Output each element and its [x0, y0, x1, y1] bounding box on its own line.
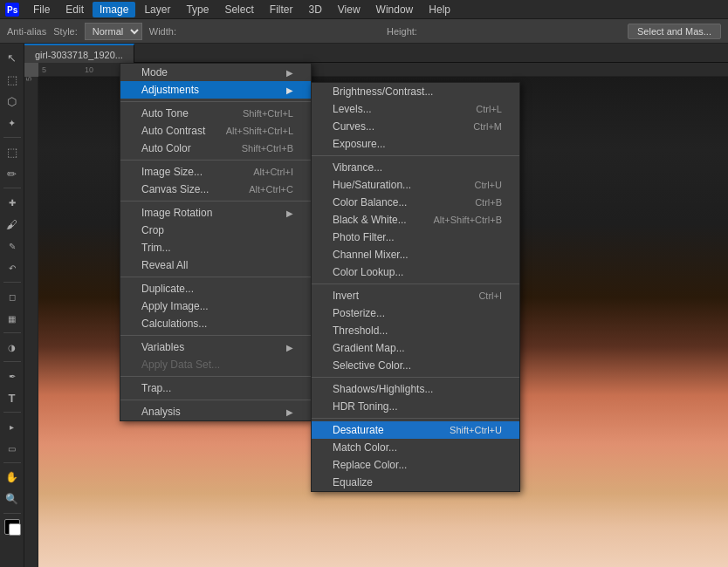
adj-channel-mixer[interactable]: Channel Mixer...: [312, 246, 519, 263]
menu-item-reveal-all[interactable]: Reveal All: [120, 256, 311, 274]
adj-photo-filter[interactable]: Photo Filter...: [312, 229, 519, 246]
menu-item-image-size[interactable]: Image Size... Alt+Ctrl+I: [120, 163, 311, 181]
tool-move[interactable]: ↖: [2, 47, 23, 68]
menu-filter[interactable]: Filter: [263, 2, 300, 17]
menu-window[interactable]: Window: [369, 2, 421, 17]
adj-replace-color[interactable]: Replace Color...: [312, 456, 519, 474]
adj-invert[interactable]: Invert Ctrl+I: [312, 287, 519, 304]
tool-magic-wand[interactable]: ✦: [2, 113, 23, 133]
adj-match-color[interactable]: Match Color...: [312, 439, 519, 456]
tool-separator-4: [3, 332, 21, 333]
adj-posterize[interactable]: Posterize...: [312, 304, 519, 322]
adj-brightness-contrast[interactable]: Brightness/Contrast...: [312, 83, 519, 100]
menu-item-adjustments[interactable]: Adjustments ▶: [120, 81, 311, 99]
adj-curves[interactable]: Curves... Ctrl+M: [312, 118, 519, 135]
tool-separator-8: [3, 513, 21, 514]
menu-item-crop[interactable]: Crop: [120, 222, 311, 239]
menu-type[interactable]: Type: [179, 2, 216, 17]
menu-help[interactable]: Help: [422, 2, 457, 17]
tool-separator-1: [3, 137, 21, 138]
adj-exposure[interactable]: Exposure...: [312, 135, 519, 153]
tool-hand[interactable]: ✋: [2, 467, 23, 488]
menu-item-canvas-size[interactable]: Canvas Size... Alt+Ctrl+C: [120, 181, 311, 198]
tool-crop[interactable]: ⬚: [2, 141, 23, 162]
main-area: ↖ ⬚ ⬡ ✦ ⬚ ✏ ✚ 🖌 ✎ ↶ ◻ ▦ ◑ ✒ T ▸ ▭ ✋ 🔍 gi…: [0, 44, 728, 567]
adj-desaturate[interactable]: Desaturate Shift+Ctrl+U: [312, 421, 519, 439]
separator: [120, 335, 311, 336]
adj-hdr-toning[interactable]: HDR Toning...: [312, 398, 519, 415]
tool-pen[interactable]: ✒: [2, 365, 23, 386]
adj-color-lookup[interactable]: Color Lookup...: [312, 263, 519, 281]
tool-zoom[interactable]: 🔍: [2, 488, 23, 509]
style-label: Style:: [53, 26, 78, 37]
arrow-icon: ▶: [286, 407, 293, 417]
menu-item-apply-data-set[interactable]: Apply Data Set...: [120, 356, 311, 373]
adj-black-white[interactable]: Black & White... Alt+Shift+Ctrl+B: [312, 211, 519, 229]
antialias-label: Anti-alias: [7, 26, 46, 37]
menu-file[interactable]: File: [26, 2, 57, 17]
separator: [120, 277, 311, 277]
arrow-icon: ▶: [286, 85, 293, 95]
background-color[interactable]: [9, 523, 21, 536]
menu-item-duplicate[interactable]: Duplicate...: [120, 280, 311, 297]
tool-spot-heal[interactable]: ✚: [2, 192, 23, 213]
tool-eyedropper[interactable]: ✏: [2, 163, 23, 184]
canvas-area: girl-3033718_1920... 5 10 15 20 5: [24, 44, 728, 567]
menu-layer[interactable]: Layer: [137, 2, 177, 17]
separator: [312, 377, 519, 378]
tool-lasso[interactable]: ⬡: [2, 91, 23, 112]
menu-edit[interactable]: Edit: [58, 2, 91, 17]
menu-select[interactable]: Select: [217, 2, 260, 17]
adj-vibrance[interactable]: Vibrance...: [312, 159, 519, 176]
tool-dodge[interactable]: ◑: [2, 337, 23, 358]
tool-gradient[interactable]: ▦: [2, 308, 23, 329]
menu-item-trap[interactable]: Trap...: [120, 379, 311, 397]
adj-hue-saturation[interactable]: Hue/Saturation... Ctrl+U: [312, 176, 519, 194]
adj-selective-color[interactable]: Selective Color...: [312, 357, 519, 374]
separator: [312, 155, 519, 156]
tool-path-selection[interactable]: ▸: [2, 416, 23, 437]
tool-eraser[interactable]: ◻: [2, 286, 23, 307]
separator: [312, 284, 519, 284]
select-mask-button[interactable]: Select and Mas...: [628, 24, 721, 39]
menu-item-image-rotation[interactable]: Image Rotation ▶: [120, 204, 311, 222]
separator: [120, 160, 311, 161]
app-icon: Ps: [3, 1, 21, 18]
adj-equalize[interactable]: Equalize: [312, 474, 519, 491]
style-select[interactable]: Normal: [85, 23, 142, 40]
adj-threshold[interactable]: Threshold...: [312, 322, 519, 339]
tool-type[interactable]: T: [2, 387, 23, 408]
tool-marquee[interactable]: ⬚: [2, 69, 23, 90]
menu-item-auto-tone[interactable]: Auto Tone Shift+Ctrl+L: [120, 105, 311, 122]
adj-color-balance[interactable]: Color Balance... Ctrl+B: [312, 194, 519, 211]
menu-item-trim[interactable]: Trim...: [120, 239, 311, 256]
menu-item-auto-color[interactable]: Auto Color Shift+Ctrl+B: [120, 140, 311, 157]
menu-item-analysis[interactable]: Analysis ▶: [120, 403, 311, 420]
width-label: Width:: [149, 26, 176, 37]
menu-item-calculations[interactable]: Calculations...: [120, 315, 311, 332]
tool-separator-2: [3, 188, 21, 188]
tool-shape[interactable]: ▭: [2, 438, 23, 459]
tool-separator-6: [3, 412, 21, 413]
canvas-tab[interactable]: girl-3033718_1920...: [24, 44, 134, 63]
image-menu-popup: Mode ▶ Adjustments ▶ Auto Tone Shift+Ctr…: [120, 63, 312, 421]
adjustments-menu-popup: Brightness/Contrast... Levels... Ctrl+L …: [311, 82, 520, 492]
menu-item-apply-image[interactable]: Apply Image...: [120, 297, 311, 315]
tool-separator-5: [3, 361, 21, 362]
arrow-icon: ▶: [286, 208, 293, 218]
menu-image[interactable]: Image: [93, 2, 135, 17]
adj-gradient-map[interactable]: Gradient Map...: [312, 339, 519, 357]
menu-view[interactable]: View: [331, 2, 367, 17]
adj-levels[interactable]: Levels... Ctrl+L: [312, 100, 519, 118]
menu-item-mode[interactable]: Mode ▶: [120, 64, 311, 81]
menu-item-variables[interactable]: Variables ▶: [120, 338, 311, 356]
menu-3d[interactable]: 3D: [301, 2, 328, 17]
svg-text:Ps: Ps: [7, 5, 18, 15]
ruler-vertical: 5: [24, 77, 38, 567]
menu-item-auto-contrast[interactable]: Auto Contrast Alt+Shift+Ctrl+L: [120, 122, 311, 140]
separator: [120, 400, 311, 400]
adj-shadows-highlights[interactable]: Shadows/Highlights...: [312, 380, 519, 398]
tool-history-brush[interactable]: ↶: [2, 257, 23, 278]
tool-brush[interactable]: 🖌: [2, 214, 23, 235]
tool-clone[interactable]: ✎: [2, 236, 23, 256]
